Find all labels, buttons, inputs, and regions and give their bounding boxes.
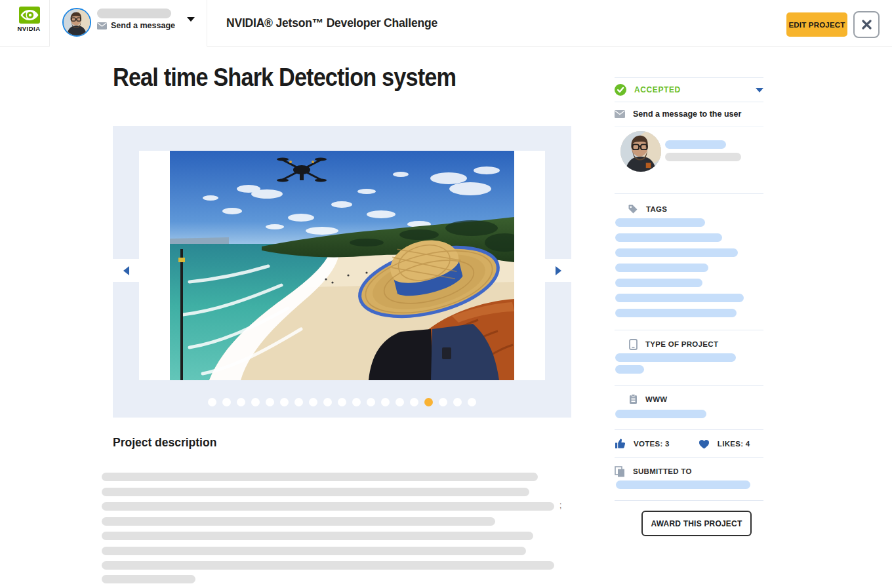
send-message-label: Send a message <box>111 21 175 30</box>
nvidia-logo-text: NVIDIA <box>12 25 46 32</box>
carousel-dot[interactable] <box>266 398 274 406</box>
caret-down-icon[interactable] <box>756 88 763 92</box>
carousel-dot[interactable] <box>323 398 332 406</box>
divider <box>615 102 763 102</box>
redacted-text-bar <box>102 547 526 555</box>
divider <box>615 429 763 430</box>
tags-label: TAGS <box>646 205 667 213</box>
carousel-dot[interactable] <box>251 398 260 406</box>
carousel-next-button[interactable] <box>545 259 571 282</box>
send-message-link[interactable]: Send a message <box>97 20 175 31</box>
redacted-text-bar <box>665 140 726 149</box>
redacted-text-bar <box>616 480 750 489</box>
type-of-project-label: TYPE OF PROJECT <box>645 340 718 348</box>
redacted-text-bar <box>615 309 737 317</box>
carousel-dot[interactable] <box>208 398 216 406</box>
pages-icon <box>615 466 625 477</box>
project-title: Real time Shark Detection system <box>113 63 456 92</box>
thumbs-up-icon <box>615 439 626 449</box>
heart-icon <box>699 439 710 449</box>
divider <box>615 500 763 501</box>
redacted-user-name <box>97 9 171 18</box>
award-project-button[interactable]: AWARD THIS PROJECT <box>641 511 752 536</box>
author-avatar[interactable] <box>620 131 661 172</box>
carousel-dot[interactable] <box>280 398 289 406</box>
votes-likes-row: VOTES: 3 LIKES: 4 <box>615 437 763 451</box>
divider <box>615 127 763 127</box>
submitted-to-header: SUBMITTED TO <box>615 464 763 479</box>
redacted-text-bar <box>102 532 533 540</box>
type-of-project-header: TYPE OF PROJECT <box>615 338 763 351</box>
project-review-page: NVIDIA <box>0 0 892 588</box>
redacted-text-bar <box>615 410 706 418</box>
device-icon <box>629 339 638 350</box>
redacted-text-bar <box>615 279 702 287</box>
redacted-text-bar <box>615 248 738 257</box>
edit-project-button[interactable]: EDIT PROJECT <box>786 12 847 37</box>
redacted-text-bar <box>615 264 708 272</box>
redacted-text-bar <box>665 153 741 161</box>
www-header: WWW <box>615 393 763 406</box>
description-heading: Project description <box>113 435 216 450</box>
avatar <box>62 8 91 37</box>
redacted-text-bar <box>102 473 538 481</box>
divider <box>615 193 763 194</box>
page-title: NVIDIA® Jetson™ Developer Challenge <box>226 0 437 47</box>
redacted-text-bar <box>102 561 554 570</box>
chevron-left-icon <box>123 266 129 275</box>
carousel-dot[interactable] <box>453 398 462 406</box>
send-message-user-label: Send a message to the user <box>633 109 741 119</box>
redacted-text-bar <box>615 233 722 242</box>
divider <box>615 77 763 78</box>
carousel-dot-active[interactable] <box>424 398 433 406</box>
carousel-dot[interactable] <box>338 398 346 406</box>
envelope-icon <box>615 110 625 118</box>
carousel-prev-button[interactable] <box>113 259 139 282</box>
redacted-text-bar <box>615 365 644 374</box>
check-circle-icon <box>615 84 626 96</box>
redacted-text-bar <box>615 294 744 302</box>
carousel-dot[interactable] <box>309 398 317 406</box>
carousel-dot[interactable] <box>395 398 404 406</box>
status-row[interactable]: ACCEPTED <box>615 81 763 98</box>
clipboard-icon <box>629 394 638 404</box>
top-header: NVIDIA <box>0 0 892 47</box>
carousel-dot[interactable] <box>237 398 245 406</box>
divider <box>615 457 763 458</box>
status-badge: ACCEPTED <box>634 85 681 94</box>
carousel-dot[interactable] <box>294 398 303 406</box>
caret-down-icon[interactable] <box>187 17 195 22</box>
divider <box>615 385 763 386</box>
carousel-dot[interactable] <box>468 398 476 406</box>
submitted-to-label: SUBMITTED TO <box>633 467 692 475</box>
carousel-dot[interactable] <box>410 398 418 406</box>
redacted-text-bar <box>102 488 529 496</box>
likes-label: LIKES: 4 <box>718 440 750 448</box>
send-message-user-link[interactable]: Send a message to the user <box>615 107 763 121</box>
divider <box>615 330 763 330</box>
envelope-icon <box>97 22 107 29</box>
carousel-dot[interactable] <box>367 398 375 406</box>
user-menu-chip[interactable]: Send a message <box>49 0 207 47</box>
carousel-dot[interactable] <box>381 398 390 406</box>
chevron-right-icon <box>556 266 561 275</box>
carousel-dot[interactable] <box>352 398 361 406</box>
redacted-text-bar <box>102 502 554 511</box>
redacted-text-bar <box>102 517 495 526</box>
tags-header: TAGS <box>615 203 763 216</box>
redacted-text-bar <box>102 575 195 583</box>
image-carousel: . <box>113 126 571 418</box>
tag-icon <box>628 204 638 214</box>
redacted-text-bar <box>615 353 736 362</box>
carousel-dot[interactable] <box>439 398 447 406</box>
carousel-dots <box>113 398 571 406</box>
redacted-text-bar <box>615 218 705 227</box>
nvidia-logo[interactable]: NVIDIA <box>12 7 46 41</box>
carousel-dot[interactable] <box>222 398 231 406</box>
www-label: WWW <box>645 395 667 403</box>
stray-text: ; <box>559 501 561 510</box>
close-button[interactable] <box>853 11 880 38</box>
close-icon <box>862 20 872 29</box>
votes-label: VOTES: 3 <box>634 440 670 448</box>
nvidia-eye-icon <box>18 7 40 24</box>
